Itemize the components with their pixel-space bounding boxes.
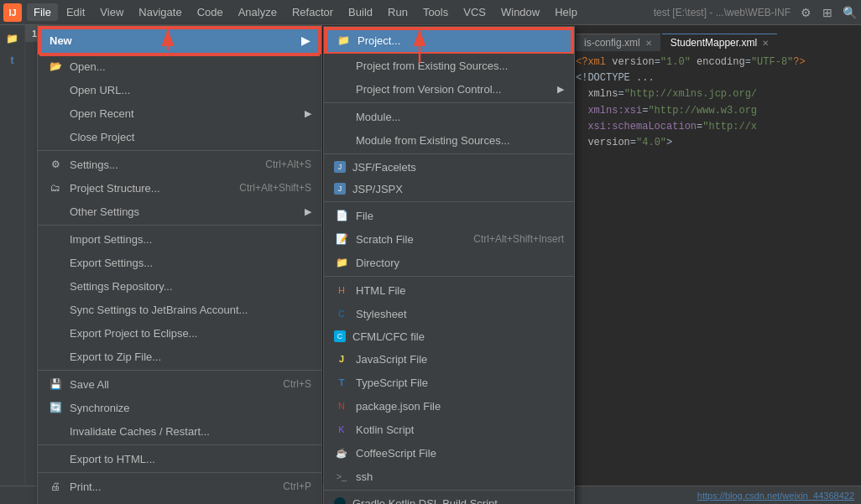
- menu-item-save-all[interactable]: 💾 Save All Ctrl+S: [38, 372, 321, 396]
- settings-icon[interactable]: ⚙: [797, 4, 814, 21]
- ts-icon: T: [334, 375, 349, 390]
- menu-help[interactable]: Help: [548, 3, 584, 21]
- scratch-label: Scratch File: [356, 233, 414, 246]
- menu-analyze[interactable]: Analyze: [232, 3, 284, 21]
- editor-line-5: xsi:schemaLocation="http://x: [576, 119, 853, 135]
- package-json-icon: N: [334, 398, 349, 413]
- menu-item-export-eclipse[interactable]: Export Project to Eclipse...: [38, 321, 321, 345]
- menu-item-export-html[interactable]: Export to HTML...: [38, 447, 321, 470]
- new-submenu[interactable]: 📁 Project... Project from Existing Sourc…: [323, 26, 575, 504]
- sidebar-project-btn[interactable]: 📁: [3, 29, 23, 49]
- synchronize-label: Synchronize: [70, 402, 130, 414]
- menu-navigate[interactable]: Navigate: [132, 3, 188, 21]
- menu-item-invalidate-caches[interactable]: Invalidate Caches / Restart...: [38, 419, 321, 443]
- sidebar-t-btn[interactable]: t: [3, 50, 23, 70]
- menu-item-open-url[interactable]: Open URL...: [38, 78, 321, 101]
- new-submenu-jsf[interactable]: J JSF/Facelets: [324, 156, 574, 178]
- project-structure-shortcut: Ctrl+Alt+Shift+S: [239, 182, 311, 194]
- module-existing-label: Module from Existing Sources...: [356, 134, 510, 147]
- jsp-icon: J: [334, 183, 346, 195]
- menu-item-synchronize[interactable]: 🔄 Synchronize: [38, 396, 321, 419]
- settings-label: Settings...: [70, 158, 118, 171]
- new-submenu-file[interactable]: 📄 File: [324, 204, 574, 227]
- file-menu[interactable]: New ▶ 📂 Open... Open URL... Open Recent …: [37, 25, 322, 504]
- menu-view[interactable]: View: [93, 3, 130, 21]
- tab-student-mapper-close[interactable]: ✕: [762, 39, 769, 48]
- new-submenu-scratch[interactable]: 📝 Scratch File Ctrl+Alt+Shift+Insert: [324, 227, 574, 251]
- new-submenu-jsp[interactable]: J JSP/JSPX: [324, 178, 574, 200]
- menu-code[interactable]: Code: [190, 3, 230, 21]
- project-structure-icon: 🗂: [48, 180, 63, 195]
- menu-item-other-settings[interactable]: Other Settings ▶: [38, 200, 321, 223]
- menu-file[interactable]: File: [27, 3, 58, 21]
- menu-item-close-project[interactable]: Close Project: [38, 125, 321, 148]
- menu-edit[interactable]: Edit: [60, 3, 91, 21]
- project-vcs-arrow: ▶: [557, 84, 564, 95]
- export-html-icon: [48, 451, 63, 466]
- search-icon[interactable]: 🔍: [841, 4, 858, 21]
- sep-3: [38, 370, 321, 371]
- new-submenu-coffeescript[interactable]: ☕ CoffeeScript File: [324, 441, 574, 465]
- menu-item-open-recent[interactable]: Open Recent ▶: [38, 101, 321, 125]
- new-submenu-module-existing[interactable]: Module from Existing Sources...: [324, 128, 574, 152]
- status-url[interactable]: https://blog.csdn.net/weixin_44368422: [697, 491, 854, 501]
- settings-repo-icon: [48, 278, 63, 294]
- new-submenu-css[interactable]: C Stylesheet: [324, 302, 574, 325]
- menu-item-new[interactable]: New ▶: [38, 26, 321, 55]
- menu-tools[interactable]: Tools: [416, 3, 455, 21]
- menu-build[interactable]: Build: [342, 3, 379, 21]
- new-submenu-ssh[interactable]: >_ ssh: [324, 465, 574, 488]
- open-recent-icon: [48, 106, 63, 121]
- new-submenu-project[interactable]: 📁 Project...: [324, 27, 574, 54]
- new-submenu-project-existing[interactable]: Project from Existing Sources...: [324, 54, 574, 77]
- layout-icon[interactable]: ⊞: [819, 4, 836, 21]
- other-settings-label: Other Settings: [70, 205, 139, 218]
- menu-item-import-settings[interactable]: Import Settings...: [38, 227, 321, 251]
- menu-bar-right: test [E:\test] - ...\web\WEB-INF ⚙ ⊞ 🔍: [654, 4, 858, 21]
- new-submenu-directory[interactable]: 📁 Directory: [324, 251, 574, 274]
- new-submenu-module[interactable]: Module...: [324, 105, 574, 128]
- menu-item-export-settings[interactable]: Export Settings...: [38, 251, 321, 274]
- menu-item-sync-settings[interactable]: Sync Settings to JetBrains Account...: [38, 298, 321, 321]
- new-submenu-gradle-build[interactable]: G Gradle Kotlin DSL Build Script: [324, 492, 574, 504]
- menu-item-add-favorites[interactable]: Add to Favorites ▶: [38, 498, 321, 504]
- menu-items: File Edit View Navigate Code Analyze Ref…: [27, 3, 584, 21]
- css-icon: C: [334, 306, 349, 321]
- other-settings-arrow: ▶: [305, 206, 311, 217]
- settings-menu-icon: ⚙: [48, 157, 63, 172]
- new-submenu-package-json[interactable]: N package.json File: [324, 394, 574, 418]
- menu-item-project-structure[interactable]: 🗂 Project Structure... Ctrl+Alt+Shift+S: [38, 176, 321, 200]
- menu-item-settings-repo[interactable]: Settings Repository...: [38, 274, 321, 298]
- tab-student-mapper-label: StudentMapper.xml: [671, 37, 757, 49]
- new-arrow: ▶: [301, 34, 310, 47]
- cfml-label: CFML/CFC file: [352, 330, 425, 343]
- jsf-label: JSF/Facelets: [352, 161, 416, 174]
- editor-tabs: is-config.xml ✕ StudentMapper.xml ✕: [576, 34, 853, 51]
- menu-item-export-zip[interactable]: Export to Zip File...: [38, 345, 321, 368]
- new-submenu-kotlin[interactable]: K Kotlin Script: [324, 418, 574, 441]
- package-json-label: package.json File: [356, 400, 441, 413]
- new-submenu-html[interactable]: H HTML File: [324, 278, 574, 302]
- menu-run[interactable]: Run: [381, 3, 415, 21]
- menu-vcs[interactable]: VCS: [457, 3, 493, 21]
- new-submenu-cfml[interactable]: C CFML/CFC file: [324, 325, 574, 347]
- ssh-label: ssh: [356, 470, 373, 483]
- scratch-icon: 📝: [334, 231, 349, 247]
- sync-settings-label: Sync Settings to JetBrains Account...: [70, 304, 248, 316]
- new-submenu-js[interactable]: J JavaScript File: [324, 347, 574, 371]
- menu-item-open[interactable]: 📂 Open...: [38, 55, 321, 78]
- tab-is-config-close[interactable]: ✕: [645, 39, 652, 48]
- menu-window[interactable]: Window: [494, 3, 546, 21]
- synchronize-icon: 🔄: [48, 400, 63, 415]
- ssh-icon: >_: [334, 469, 349, 484]
- new-submenu-project-vcs[interactable]: Project from Version Control... ▶: [324, 77, 574, 101]
- tab-is-config[interactable]: is-config.xml ✕: [576, 34, 660, 51]
- new-submenu-ts[interactable]: T TypeScript File: [324, 371, 574, 394]
- export-zip-label: Export to Zip File...: [70, 351, 161, 363]
- invalidate-caches-icon: [48, 423, 63, 439]
- cfml-icon: C: [334, 330, 346, 342]
- tab-student-mapper[interactable]: StudentMapper.xml ✕: [662, 34, 777, 51]
- menu-item-print[interactable]: 🖨 Print... Ctrl+P: [38, 475, 321, 498]
- menu-item-settings[interactable]: ⚙ Settings... Ctrl+Alt+S: [38, 153, 321, 176]
- menu-refactor[interactable]: Refactor: [285, 3, 340, 21]
